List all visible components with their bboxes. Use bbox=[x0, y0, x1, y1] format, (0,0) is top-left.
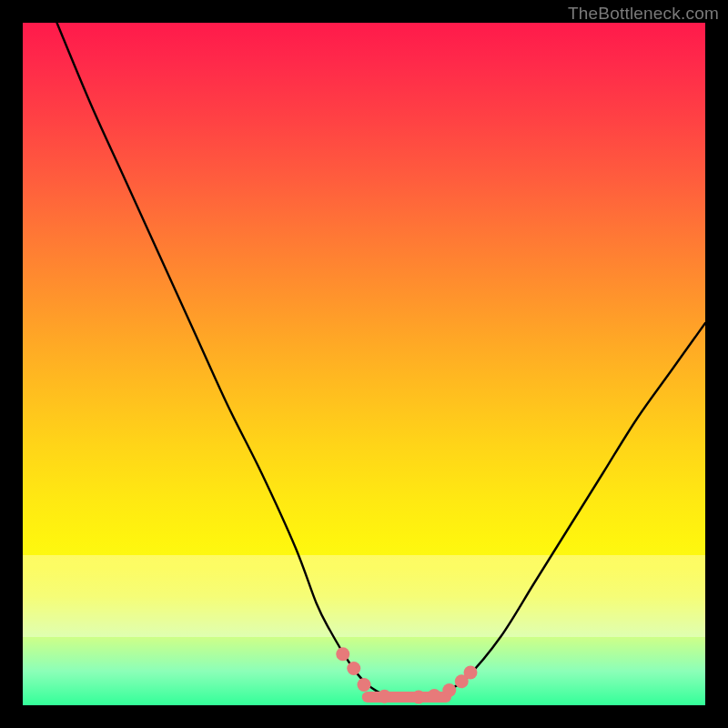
highlight-dot bbox=[378, 690, 391, 703]
highlight-dot bbox=[347, 662, 360, 675]
highlight-dot bbox=[428, 689, 441, 703]
highlight-dot bbox=[358, 678, 371, 692]
plot-area bbox=[23, 23, 705, 705]
highlight-dot bbox=[412, 691, 426, 704]
bottleneck-curve bbox=[57, 23, 706, 699]
watermark-text: TheBottleneck.com bbox=[568, 4, 719, 24]
highlight-dot bbox=[464, 666, 478, 680]
highlight-dot bbox=[442, 683, 456, 697]
highlight-dot bbox=[336, 647, 349, 661]
curve-svg bbox=[23, 23, 705, 705]
chart-frame: TheBottleneck.com bbox=[0, 0, 728, 728]
